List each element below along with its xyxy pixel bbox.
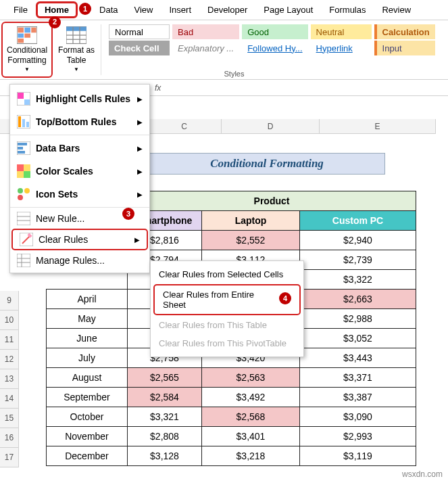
cell-pc[interactable]: $3,371 xyxy=(300,368,416,388)
row-header[interactable]: 14 xyxy=(0,389,19,409)
menu-highlight-cells-rules[interactable]: Highlight Cells Rules ▶ xyxy=(10,87,149,110)
tab-page-layout[interactable]: Page Layout xyxy=(255,2,321,18)
submenu-clear-entire-sheet[interactable]: Clear Rules from Entire Sheet 4 xyxy=(153,284,301,315)
tab-view[interactable]: View xyxy=(126,2,161,18)
svg-rect-18 xyxy=(22,119,25,127)
menu-clear-rules[interactable]: Clear Rules ▶ xyxy=(11,229,148,250)
col-header-c[interactable]: C xyxy=(147,119,222,134)
svg-rect-17 xyxy=(18,116,21,127)
row-header[interactable]: 13 xyxy=(0,369,19,389)
cell-month[interactable]: November xyxy=(47,427,128,446)
cell-pc[interactable]: $2,663 xyxy=(300,290,416,309)
cell-laptop[interactable]: $3,492 xyxy=(202,388,300,407)
cell-pc[interactable]: $3,052 xyxy=(300,329,416,348)
cell-smartphone[interactable]: $3,321 xyxy=(128,407,202,427)
row-header[interactable]: 16 xyxy=(0,428,19,448)
tab-insert[interactable]: Insert xyxy=(161,2,200,18)
ribbon-body: 2 Conditional Formatting ▼ Format as Tab… xyxy=(0,20,448,80)
row-header[interactable]: 12 xyxy=(0,350,19,369)
style-calculation[interactable]: Calculation xyxy=(374,24,435,39)
menu-manage-rules[interactable]: Manage Rules... xyxy=(10,251,149,270)
col-header-d[interactable]: D xyxy=(222,119,320,134)
menu-label: Clear Rules xyxy=(39,234,88,245)
col-header-e[interactable]: E xyxy=(320,119,436,134)
cell-month[interactable]: July xyxy=(47,348,128,368)
cell-month[interactable]: May xyxy=(47,309,128,329)
cell-laptop[interactable]: $3,218 xyxy=(202,446,300,466)
tab-developer[interactable]: Developer xyxy=(199,2,255,18)
cell-laptop[interactable]: $2,552 xyxy=(202,231,300,250)
svg-point-29 xyxy=(24,188,30,193)
svg-rect-5 xyxy=(24,34,30,38)
submenu-clear-selected[interactable]: Clear Rules from Selected Cells xyxy=(151,265,303,283)
format-as-table-button[interactable]: Format as Table ▼ xyxy=(54,20,99,79)
cell-pc[interactable]: $3,322 xyxy=(300,270,416,290)
chevron-right-icon: ▶ xyxy=(137,145,143,152)
style-followed-hyperlink[interactable]: Followed Hy... xyxy=(242,41,307,55)
svg-rect-31 xyxy=(17,212,30,225)
cell-laptop[interactable]: $2,568 xyxy=(202,407,300,427)
row-header[interactable]: 9 xyxy=(0,291,19,310)
tab-file[interactable]: File xyxy=(5,2,36,18)
style-check-cell[interactable]: Check Cell xyxy=(109,41,170,55)
badge-4: 4 xyxy=(279,292,291,304)
cell-month[interactable]: June xyxy=(47,329,128,348)
style-neutral[interactable]: Neutral xyxy=(311,24,372,39)
cell-pc[interactable]: $3,119 xyxy=(300,446,416,466)
cell-smartphone[interactable]: $2,565 xyxy=(128,368,202,388)
tab-data[interactable]: Data xyxy=(91,2,126,18)
svg-rect-4 xyxy=(18,34,24,38)
submenu-clear-table: Clear Rules from This Table xyxy=(151,316,303,334)
style-explanatory[interactable]: Explanatory ... xyxy=(172,41,239,55)
cell-laptop[interactable]: $2,563 xyxy=(202,368,300,388)
color-scales-icon xyxy=(17,164,30,178)
cell-smartphone[interactable]: $2,808 xyxy=(128,427,202,446)
menu-new-rule[interactable]: New Rule... 3 xyxy=(10,209,149,228)
menu-icon-sets[interactable]: Icon Sets ▶ xyxy=(10,183,149,206)
styles-group-label: Styles xyxy=(224,70,245,78)
svg-rect-27 xyxy=(24,171,30,178)
cell-smartphone[interactable]: $2,584 xyxy=(128,388,202,407)
style-bad[interactable]: Bad xyxy=(172,24,239,39)
cell-pc[interactable]: $3,443 xyxy=(300,348,416,368)
svg-rect-25 xyxy=(24,164,30,171)
menu-color-scales[interactable]: Color Scales ▶ xyxy=(10,160,149,183)
row-header[interactable]: 15 xyxy=(0,409,19,428)
tab-review[interactable]: Review xyxy=(374,2,419,18)
cell-pc[interactable]: $3,387 xyxy=(300,388,416,407)
style-input[interactable]: Input xyxy=(374,41,435,55)
menu-data-bars[interactable]: Data Bars ▶ xyxy=(10,137,149,160)
cell-month[interactable]: August xyxy=(47,368,128,388)
cell-month[interactable]: December xyxy=(47,446,128,466)
cell-pc[interactable]: $2,988 xyxy=(300,309,416,329)
cell-pc[interactable]: $2,739 xyxy=(300,250,416,270)
cell-laptop[interactable]: $3,401 xyxy=(202,427,300,446)
menu-label: Manage Rules... xyxy=(36,255,105,266)
fx-icon[interactable]: fx xyxy=(155,83,161,93)
style-normal[interactable]: Normal xyxy=(109,24,170,39)
menu-top-bottom-rules[interactable]: Top/Bottom Rules ▶ xyxy=(10,110,149,133)
row-header[interactable]: 11 xyxy=(0,330,19,350)
table-row: December$3,128$3,218$3,119 xyxy=(47,446,416,466)
style-good[interactable]: Good xyxy=(242,24,307,39)
conditional-formatting-button[interactable]: 2 Conditional Formatting ▼ xyxy=(1,22,53,78)
svg-rect-26 xyxy=(17,171,24,178)
tab-home[interactable]: Home xyxy=(36,1,78,18)
cell-smartphone[interactable]: $3,128 xyxy=(128,446,202,466)
cell-pc[interactable]: $3,090 xyxy=(300,407,416,427)
tab-formulas[interactable]: Formulas xyxy=(321,2,374,18)
cell-month[interactable]: October xyxy=(47,407,128,427)
cell-pc[interactable]: $2,940 xyxy=(300,231,416,250)
row-header[interactable]: 17 xyxy=(0,448,19,467)
cell-month[interactable]: April xyxy=(47,290,128,309)
table-row: November$2,808$3,401$2,993 xyxy=(47,427,416,446)
style-hyperlink[interactable]: Hyperlink xyxy=(311,41,372,55)
cell-pc[interactable]: $2,993 xyxy=(300,427,416,446)
row-header[interactable]: 10 xyxy=(0,310,19,330)
format-as-table-icon xyxy=(66,26,86,44)
cell-month[interactable]: September xyxy=(47,388,128,407)
chevron-down-icon: ▼ xyxy=(74,66,79,73)
sheet-title: Conditional Formatting xyxy=(149,153,385,175)
menu-label: Icon Sets xyxy=(36,189,78,200)
clear-rules-icon xyxy=(20,233,33,246)
